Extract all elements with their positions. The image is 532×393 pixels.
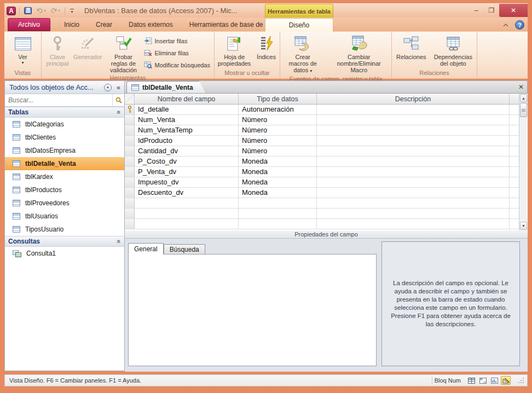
insertar-filas-button[interactable]: Insertar filas	[142, 36, 212, 46]
scroll-down-arrow[interactable]: ▼	[520, 222, 527, 230]
field-row[interactable]: Num_Venta Número	[125, 115, 528, 125]
sidebar-item-tbldatosempresa[interactable]: tblDatosEmpresa	[5, 144, 124, 157]
undo-button[interactable]: ▾	[35, 6, 47, 16]
dependencias-objeto-button[interactable]: Dependencias del objeto	[432, 33, 475, 68]
tab-datos-externos[interactable]: Datos externos	[120, 18, 181, 31]
property-sheet-area[interactable]	[128, 254, 377, 366]
probar-reglas-button[interactable]: Probar reglas de validación	[104, 33, 142, 74]
close-button[interactable]: ✕	[499, 4, 528, 17]
empty-field-row[interactable]	[125, 209, 528, 219]
minimize-ribbon-button[interactable]	[501, 21, 511, 30]
shutter-bar-close-button[interactable]: «	[115, 83, 122, 91]
tab-crear[interactable]: Crear	[88, 18, 120, 31]
pivottable-view-button[interactable]	[478, 376, 488, 385]
row-selector[interactable]	[125, 157, 135, 166]
search-input[interactable]	[5, 94, 112, 106]
field-row[interactable]: Descuento_dv Moneda	[125, 188, 528, 198]
field-row[interactable]: Num_VentaTemp Número	[125, 125, 528, 136]
row-selector[interactable]	[125, 136, 135, 146]
hoja-propiedades-button[interactable]: Hoja de propiedades	[216, 33, 252, 68]
table-icon	[13, 213, 20, 219]
grid-selector-header[interactable]	[125, 94, 135, 104]
section-header-consultas[interactable]: Consultas«	[5, 236, 124, 247]
tab-inicio[interactable]: Inicio	[56, 18, 88, 31]
chevron-down-icon: ▾	[21, 60, 24, 65]
field-row[interactable]: Impuesto_dv Moneda	[125, 177, 528, 188]
section-header-tablas[interactable]: Tablas«	[5, 107, 124, 118]
field-row[interactable]: Cantidad_dv Número	[125, 146, 528, 157]
field-row[interactable]: IdProducto Número	[125, 136, 528, 146]
rename-macro-icon	[350, 36, 368, 52]
field-row[interactable]: Id_detalle Autonumeración	[125, 105, 528, 115]
access-logo-icon[interactable]: A	[7, 7, 16, 15]
eliminar-filas-button[interactable]: Eliminar filas	[142, 48, 212, 58]
save-button[interactable]	[23, 6, 33, 16]
grid-header-row: Nombre del campo Tipo de datos Descripci…	[125, 94, 528, 105]
row-selector[interactable]	[125, 105, 135, 114]
document-tab-bar: tblDetalle_Venta ✕	[125, 81, 527, 94]
datasheet-view-button[interactable]	[466, 376, 476, 385]
indices-button[interactable]: Índices	[255, 33, 278, 61]
vertical-scrollbar[interactable]: ▲ ▼	[519, 94, 527, 230]
sidebar-item-tblcategorias[interactable]: tblCategorias	[5, 118, 124, 131]
tab-general[interactable]: General	[128, 243, 164, 255]
sidebar-item-consulta1[interactable]: Consulta1	[5, 247, 124, 260]
magic-wand-icon	[80, 36, 95, 51]
maximize-button[interactable]: ❐	[484, 4, 499, 17]
row-selector[interactable]	[125, 146, 135, 156]
relaciones-button[interactable]: Relaciones	[394, 33, 429, 61]
empty-field-row[interactable]	[125, 219, 528, 229]
tab-diseno[interactable]: Diseño	[265, 18, 333, 32]
redo-button[interactable]: ▾	[49, 6, 61, 16]
generador-button[interactable]: Generador	[71, 33, 105, 61]
customize-qat-button[interactable]: ▾	[68, 9, 76, 13]
sidebar-item-tblusuarios[interactable]: tblUsuarios	[5, 210, 124, 223]
design-view-button[interactable]	[501, 376, 511, 385]
row-selector[interactable]	[125, 188, 135, 198]
close-document-button[interactable]: ✕	[518, 83, 524, 91]
sidebar-item-tblkardex[interactable]: tblKardex	[5, 170, 124, 183]
empty-field-row[interactable]	[125, 198, 528, 209]
document-tab-tbldetalle-venta[interactable]: tblDetalle_Venta	[126, 81, 206, 93]
contextual-tab-group: Herramientas de tabla	[265, 4, 333, 18]
help-text: La descripción del campo es opcional. Le…	[382, 279, 519, 328]
row-selector[interactable]	[125, 167, 135, 177]
header-tipo-de-datos[interactable]: Tipo de datos	[239, 94, 317, 104]
field-properties-pane: General Búsqueda La descripción del camp…	[125, 239, 528, 372]
sidebar-item-tblclientes[interactable]: tblClientes	[5, 131, 124, 144]
pivotchart-view-button[interactable]	[489, 376, 499, 385]
cambiar-nombre-macro-button[interactable]: Cambiar nombre/Eliminar Macro	[328, 33, 389, 74]
search-button[interactable]	[112, 94, 124, 106]
modificar-busquedas-button[interactable]: Modificar búsquedas	[142, 60, 212, 70]
tab-archivo[interactable]: Archivo	[8, 18, 50, 31]
pivotchart-view-icon	[491, 378, 498, 384]
row-selector[interactable]	[125, 125, 135, 135]
row-selector[interactable]	[125, 209, 135, 218]
scrollbar-thumb[interactable]	[520, 103, 527, 117]
scroll-up-arrow[interactable]: ▲	[520, 94, 527, 102]
help-button[interactable]: ?	[515, 20, 524, 30]
insert-rows-icon	[144, 37, 152, 44]
header-descripcion[interactable]: Descripción	[317, 94, 510, 104]
nav-pane-header[interactable]: Todos los objetos de Acc... ▾ «	[5, 81, 124, 94]
field-row[interactable]: P_Costo_dv Moneda	[125, 157, 528, 167]
sidebar-item-tbldetalle-venta[interactable]: tblDetalle_Venta	[5, 157, 124, 170]
tab-busqueda[interactable]: Búsqueda	[164, 244, 205, 255]
relationships-icon	[403, 36, 419, 51]
row-selector[interactable]	[125, 177, 135, 187]
sidebar-item-tblproveedores[interactable]: tblProveedores	[5, 196, 124, 210]
row-selector[interactable]	[125, 115, 135, 125]
group-vistas: Ver ▾ Vistas	[4, 32, 42, 78]
header-nombre-del-campo[interactable]: Nombre del campo	[135, 94, 239, 104]
minimize-button[interactable]: –	[469, 4, 484, 17]
ver-button[interactable]: Ver ▾	[13, 33, 33, 66]
clave-principal-button[interactable]: Clave principal	[44, 33, 71, 68]
field-row[interactable]: P_Venta_dv Moneda	[125, 167, 528, 177]
nav-menu-dropdown[interactable]: ▾	[104, 84, 112, 91]
resize-grip[interactable]	[518, 378, 524, 383]
row-selector[interactable]	[125, 219, 135, 229]
row-selector[interactable]	[125, 198, 135, 208]
sidebar-item-tblproductos[interactable]: tblProductos	[5, 183, 124, 196]
sidebar-item-tiposusuario[interactable]: TiposUsuario	[5, 223, 124, 236]
crear-macros-button[interactable]: Crear macros de datos ▾	[282, 33, 323, 76]
